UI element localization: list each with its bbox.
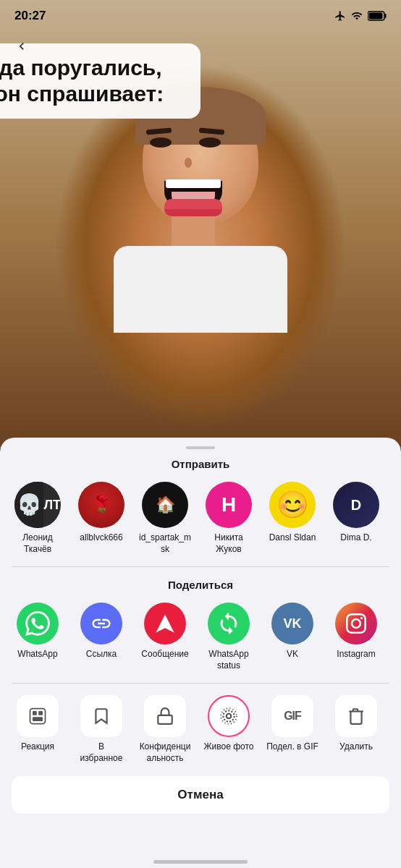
- svg-rect-1: [385, 14, 387, 18]
- contact-avatar-spartak: 🏠: [142, 482, 188, 528]
- send-title: Отправить: [0, 458, 401, 470]
- action-privacy-label: Конфиденциальность: [140, 741, 191, 764]
- share-instagram[interactable]: Instagram: [324, 603, 388, 660]
- action-gif[interactable]: GIF Подел. в GIF: [261, 695, 324, 753]
- contact-name-spartak: id_spartak_msk: [139, 532, 191, 555]
- whatsapp-icon: [17, 603, 59, 644]
- contact-name-allblvck: allblvck666: [80, 532, 122, 544]
- share-whatsapp-label: WhatsApp: [17, 649, 57, 660]
- delete-icon: [335, 695, 377, 737]
- share-vk[interactable]: VK VK: [261, 603, 324, 660]
- battery-icon: [368, 11, 387, 21]
- contact-leonid[interactable]: 💀 ЛеонидТкачёв: [6, 482, 69, 555]
- reaction-icon: [17, 695, 59, 737]
- share-vk-label: VK: [287, 649, 298, 660]
- share-whatsapp-status-label: WhatsAppstatus: [208, 649, 248, 671]
- wifi-icon: [350, 10, 363, 22]
- cancel-button[interactable]: Отмена: [12, 776, 389, 814]
- action-favorites-label: Визбранное: [80, 741, 123, 764]
- smiley-icon: 😊: [277, 492, 309, 518]
- contact-avatar-leonid: 💀: [14, 482, 61, 528]
- message-icon: [144, 603, 186, 644]
- divider-2: [12, 683, 389, 684]
- action-favorites[interactable]: Визбранное: [69, 695, 133, 764]
- link-icon: [80, 603, 122, 644]
- instagram-icon: [335, 603, 377, 644]
- vk-icon: VK: [271, 603, 313, 644]
- action-livephoto-label: Живое фото: [203, 741, 253, 753]
- share-whatsapp[interactable]: WhatsApp: [6, 603, 69, 660]
- status-icons: [334, 10, 387, 22]
- livephoto-icon: [208, 695, 250, 737]
- svg-rect-5: [38, 711, 43, 715]
- action-gif-label: Подел. в GIF: [266, 741, 318, 753]
- status-bar: 20:27: [0, 0, 401, 32]
- action-livephoto[interactable]: Живое фото: [197, 695, 261, 753]
- divider-1: [12, 566, 389, 567]
- contact-allblvck[interactable]: 🌹 allblvck666: [69, 482, 133, 544]
- share-row: WhatsApp Ссылка Сообщение: [0, 603, 401, 671]
- svg-rect-3: [30, 709, 46, 724]
- svg-rect-4: [33, 711, 37, 715]
- back-button[interactable]: [10, 35, 33, 58]
- share-instagram-label: Instagram: [337, 649, 375, 660]
- contact-dima[interactable]: D Dima D.: [324, 482, 388, 544]
- whatsapp-status-icon: [208, 603, 250, 644]
- action-delete[interactable]: Удалить: [324, 695, 388, 753]
- svg-rect-6: [33, 718, 43, 722]
- svg-point-9: [223, 711, 234, 722]
- share-message[interactable]: Сообщение: [133, 603, 197, 660]
- contact-dansl[interactable]: 😊 Dansl Sldan: [261, 482, 324, 544]
- contact-name-nikita: НикитаЖуков: [214, 532, 242, 555]
- contact-avatar-allblvck: 🌹: [78, 482, 124, 528]
- contact-avatar-dima: D: [333, 482, 379, 528]
- svg-rect-7: [158, 715, 172, 724]
- share-title: Поделиться: [0, 579, 401, 591]
- home-indicator: [153, 860, 248, 864]
- contact-avatar-dansl: 😊: [269, 482, 316, 528]
- contacts-row: 💀 ЛеонидТкачёв 🌹 allblvck666 🏠 id_sparta…: [0, 482, 401, 555]
- favorites-icon: [80, 695, 122, 737]
- actions-row: Реакция Визбранное Конфиденциальность: [0, 695, 401, 764]
- share-link[interactable]: Ссылка: [69, 603, 133, 660]
- sheet-handle: [186, 446, 215, 449]
- svg-rect-2: [369, 13, 383, 20]
- svg-point-8: [227, 714, 232, 719]
- contact-name-dansl: Dansl Sldan: [269, 532, 316, 544]
- status-time: 20:27: [14, 9, 46, 23]
- airplane-icon: [334, 10, 346, 22]
- gif-icon: GIF: [271, 695, 313, 737]
- contact-spartak[interactable]: 🏠 id_spartak_msk: [133, 482, 197, 555]
- action-reaction[interactable]: Реакция: [6, 695, 69, 753]
- share-whatsapp-status[interactable]: WhatsAppstatus: [197, 603, 261, 671]
- action-reaction-label: Реакция: [21, 741, 54, 753]
- contact-name-dima: Dima D.: [340, 532, 371, 544]
- bottom-sheet: Отправить 💀 ЛеонидТкачёв 🌹 allblvck666: [0, 438, 401, 868]
- cancel-label: Отмена: [177, 788, 223, 802]
- share-message-label: Сообщение: [141, 649, 188, 660]
- contact-nikita[interactable]: Н НикитаЖуков: [197, 482, 261, 555]
- share-link-label: Ссылка: [86, 649, 117, 660]
- contact-avatar-nikita: Н: [206, 482, 252, 528]
- video-caption: Когда поругались, но он спрашивает:: [0, 56, 164, 106]
- privacy-icon: [144, 695, 186, 737]
- action-privacy[interactable]: Конфиденциальность: [133, 695, 197, 764]
- action-delete-label: Удалить: [339, 741, 373, 753]
- contact-name-leonid: ЛеонидТкачёв: [22, 532, 53, 555]
